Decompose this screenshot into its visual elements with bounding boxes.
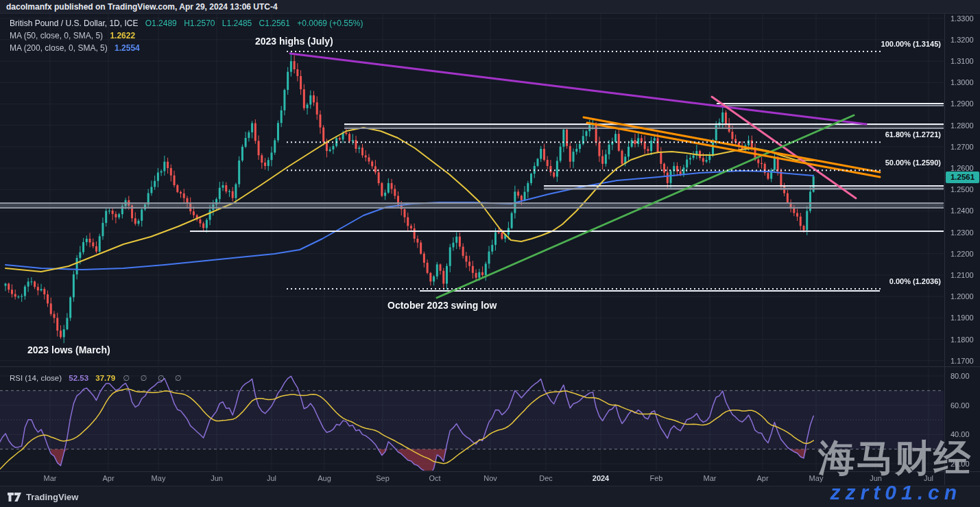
ma200-value: 1.2554 xyxy=(115,43,140,53)
annotation-october-swing-low: October 2023 swing low xyxy=(387,300,497,311)
price-axis-label: 1.3200 xyxy=(951,36,979,44)
price-axis-label: 1.2200 xyxy=(951,250,979,258)
change-value: +0.0069 (+0.55%) xyxy=(297,19,363,28)
price-axis-label: 1.2400 xyxy=(951,207,979,215)
ma200-label: MA (200, close, 0, SMA, 5) xyxy=(10,43,108,53)
time-axis-label: Feb xyxy=(650,474,663,482)
chart-canvas[interactable] xyxy=(0,0,980,507)
time-axis-label: Apr xyxy=(756,474,768,482)
rsi-value: 52.53 xyxy=(69,374,88,382)
time-axis-label: Sep xyxy=(376,474,390,482)
price-axis-label: 1.1700 xyxy=(951,357,979,365)
tradingview-brand: TradingView xyxy=(26,492,78,502)
rsi-empty-plots: ∅ ∅ ∅ ∅ xyxy=(123,374,186,382)
last-price-tag: 1.2561 xyxy=(946,172,979,183)
ma50-value: 1.2622 xyxy=(110,31,135,40)
time-axis-label: 2024 xyxy=(593,474,609,482)
symbol-title: British Pound / U.S. Dollar, 1D, ICE xyxy=(10,19,138,28)
watermark-chinese: 海马财经 xyxy=(818,439,972,476)
rsi-legend: RSI (14, close) 52.53 37.79 ∅ ∅ ∅ ∅ xyxy=(10,373,186,383)
high-value: H1.2570 xyxy=(184,19,215,28)
published-header-text: dacolmanfx published on TradingView.com,… xyxy=(6,2,278,12)
price-axis-label: 1.2000 xyxy=(951,292,979,300)
time-axis-label: Jun xyxy=(211,474,223,482)
symbol-legend: British Pound / U.S. Dollar, 1D, ICE O1.… xyxy=(10,18,363,55)
time-axis-label: Jul xyxy=(267,474,276,482)
rsi-label: RSI (14, close) xyxy=(10,374,62,382)
time-axis-label: Oct xyxy=(429,474,440,482)
time-axis-label: Dec xyxy=(539,474,553,482)
rsi-axis-label: 80.00 xyxy=(951,372,979,380)
annotation-2023-lows: 2023 lows (March) xyxy=(27,344,110,355)
watermark-url: zzrt01.cn xyxy=(830,482,961,503)
ma50-row: MA (50, close, 0, SMA, 5) 1.2622 xyxy=(10,30,363,42)
price-axis-label: 1.1800 xyxy=(951,335,979,344)
time-axis-label: May xyxy=(152,474,166,482)
open-value: O1.2489 xyxy=(145,19,177,28)
price-axis-label: 1.3000 xyxy=(951,78,979,86)
price-axis-label: 1.3100 xyxy=(951,57,979,65)
time-axis-label: Mar xyxy=(44,474,57,482)
fib-level-label: 0.00% (1.2036) xyxy=(889,277,941,285)
time-axis-label: Nov xyxy=(483,474,497,482)
price-axis-label: 1.2500 xyxy=(951,185,979,193)
ma50-label: MA (50, close, 0, SMA, 5) xyxy=(10,31,103,40)
fib-level-label: 100.00% (1.3145) xyxy=(881,40,941,48)
fib-level-label: 61.80% (1.2721) xyxy=(885,130,941,139)
time-axis-label: Aug xyxy=(318,474,331,482)
fib-level-label: 50.00% (1.2590) xyxy=(885,158,941,167)
tradingview-snapshot: dacolmanfx published on TradingView.com,… xyxy=(0,0,980,507)
ma200-row: MA (200, close, 0, SMA, 5) 1.2554 xyxy=(10,43,363,54)
price-axis-label: 1.2700 xyxy=(951,143,979,151)
time-axis-label: Mar xyxy=(704,474,717,482)
price-axis-label: 1.1900 xyxy=(951,314,979,322)
price-axis-label: 1.2900 xyxy=(951,99,979,108)
price-axis-label: 1.3300 xyxy=(951,14,979,23)
time-axis-label: Apr xyxy=(102,474,114,482)
close-value: C1.2561 xyxy=(259,19,290,28)
symbol-row: British Pound / U.S. Dollar, 1D, ICE O1.… xyxy=(10,18,363,30)
low-value: L1.2485 xyxy=(222,19,252,28)
price-axis-label: 1.2100 xyxy=(951,271,979,279)
price-axis-label: 1.2800 xyxy=(951,121,979,130)
price-axis-label: 1.2300 xyxy=(951,228,979,237)
rsi-ma-value: 37.79 xyxy=(95,374,115,382)
tradingview-logo-icon xyxy=(7,492,22,502)
rsi-axis-label: 60.00 xyxy=(951,401,979,410)
published-header: dacolmanfx published on TradingView.com,… xyxy=(0,0,980,14)
